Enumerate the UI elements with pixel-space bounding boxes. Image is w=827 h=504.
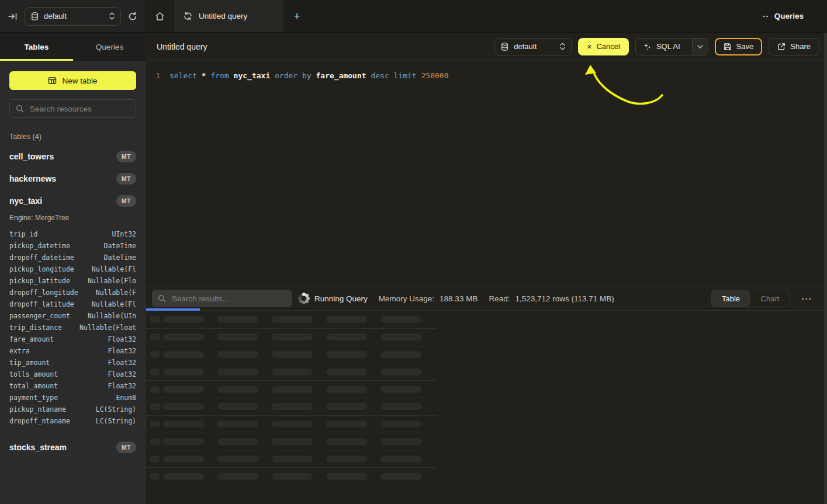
column-name: pickup_latitude (9, 277, 70, 285)
database-icon (31, 12, 39, 20)
skeleton-cell (217, 333, 258, 340)
sql-ai-button-label: SQL AI (656, 42, 680, 51)
column-name: extra (9, 347, 30, 355)
skeleton-row (146, 416, 437, 433)
database-selector[interactable]: default (25, 7, 121, 26)
collapse-sidebar-icon[interactable] (8, 12, 18, 20)
table-row[interactable]: cell_towersMT (9, 150, 136, 163)
new-table-button-label: New table (62, 77, 97, 85)
sql-ai-button[interactable]: SQL AI (636, 39, 687, 55)
queries-link[interactable]: Queries (763, 0, 827, 32)
sql-ai-dropdown-button[interactable] (692, 39, 708, 55)
share-button[interactable]: Share (769, 38, 819, 55)
new-table-button[interactable]: New table (9, 71, 136, 90)
table-name: nyc_taxi (9, 196, 42, 206)
sidebar-tab-queries[interactable]: Queries (73, 33, 146, 61)
column-type: Nullable(F (96, 289, 136, 297)
skeleton-row (146, 311, 437, 329)
sidebar-tab-queries-label: Queries (96, 43, 123, 51)
tab-home[interactable] (146, 0, 174, 32)
table-row[interactable]: stocks_streamMT (9, 441, 136, 454)
view-toggle: Table Chart (711, 290, 790, 307)
engine-badge: MT (116, 151, 136, 162)
table-column-row: pickup_longitudeNullable(Fl (9, 263, 136, 275)
toggle-table[interactable]: Table (711, 290, 750, 307)
skeleton-cell (163, 403, 204, 410)
sidebar-tab-tables[interactable]: Tables (0, 33, 73, 61)
database-selector-value: default (44, 12, 104, 20)
tab-label: Untitled query (199, 12, 247, 20)
column-type: LC(String) (96, 417, 136, 425)
skeleton-cell (163, 420, 204, 427)
cancel-button[interactable]: × Cancel (578, 38, 629, 55)
table-column-row: payment_typeEnum8 (9, 392, 136, 404)
main-area: Untitled query default × (146, 33, 827, 504)
sidebar-search (9, 99, 136, 118)
table-row[interactable]: hackernewsMT (9, 172, 136, 185)
skeleton-cell (217, 473, 258, 480)
engine-badge: MT (116, 442, 136, 453)
sql-editor[interactable]: 1 select * from nyc_taxi order by fare_a… (146, 61, 827, 286)
results-search-input[interactable] (171, 294, 286, 304)
skeleton-row (146, 346, 437, 364)
skeleton-cell (150, 333, 160, 340)
sql-token-keyword: order (275, 71, 297, 80)
vertical-scrollbar[interactable] (824, 33, 827, 504)
sql-token-number: 250000 (421, 71, 449, 80)
new-tab-button[interactable]: + (283, 0, 311, 32)
queries-dots-icon (763, 15, 769, 18)
toggle-table-label: Table (722, 294, 740, 303)
skeleton-cell (272, 403, 313, 410)
column-type: DateTime (104, 242, 136, 250)
skeleton-cell (380, 473, 421, 480)
sidebar-body: New table Tables (4) cell_towersMThacker… (0, 61, 146, 454)
search-icon (16, 105, 24, 113)
sql-code: select * from nyc_taxi order by fare_amo… (169, 71, 449, 81)
table-columns: trip_idUInt32pickup_datetimeDateTimedrop… (9, 228, 136, 427)
column-type: Float32 (108, 347, 136, 355)
more-options-icon[interactable]: ⋯ (798, 293, 815, 304)
skeleton-cell (272, 316, 313, 323)
search-icon (158, 294, 166, 303)
skeleton-cell (326, 473, 367, 480)
chevron-updown-icon (109, 12, 115, 20)
table-column-row: extraFloat32 (9, 345, 136, 357)
cancel-button-label: Cancel (596, 42, 620, 51)
column-type: Nullable(Fl (92, 265, 136, 273)
skeleton-cell (380, 351, 421, 358)
skeleton-cell (272, 456, 313, 463)
table-column-row: trip_distanceNullable(Float (9, 322, 136, 333)
loading-spinner-icon (302, 297, 306, 300)
sidebar-search-input[interactable] (29, 104, 130, 114)
column-type: LC(String) (96, 405, 136, 413)
column-name: dropoff_longitude (9, 289, 78, 297)
skeleton-cell (380, 403, 421, 410)
skeleton-cell (150, 473, 160, 480)
table-list: cell_towersMThackernewsMTnyc_taxiMTEngin… (9, 150, 136, 454)
chevron-down-icon (697, 45, 703, 48)
skeleton-cell (326, 438, 367, 445)
skeleton-cell (163, 369, 204, 376)
table-column-row: dropoff_datetimeDateTime (9, 252, 136, 263)
sql-token-identifier: * (202, 71, 206, 80)
results-loading-skeleton (146, 311, 437, 485)
table-row[interactable]: nyc_taxiMT (9, 194, 136, 207)
table-grid-icon (48, 77, 57, 85)
skeleton-row (146, 381, 437, 398)
read-metric: Read: 1,523,712 rows (113.71 MB) (489, 294, 614, 303)
skeleton-cell (217, 438, 258, 445)
sql-code-line: 1 select * from nyc_taxi order by fare_a… (146, 61, 827, 81)
refresh-icon[interactable] (128, 12, 137, 21)
skeleton-cell (272, 473, 313, 480)
skeleton-cell (217, 369, 258, 376)
tab-untitled-query[interactable]: Untitled query (174, 0, 283, 32)
skeleton-cell (163, 473, 204, 480)
share-button-label: Share (790, 42, 811, 51)
query-database-value: default (514, 42, 555, 51)
save-button[interactable]: Save (715, 38, 763, 55)
query-database-selector[interactable]: default (494, 38, 572, 55)
toggle-chart[interactable]: Chart (750, 290, 790, 307)
skeleton-cell (217, 316, 258, 323)
skeleton-cell (163, 316, 204, 323)
tables-section-label: Tables (4) (9, 133, 136, 141)
